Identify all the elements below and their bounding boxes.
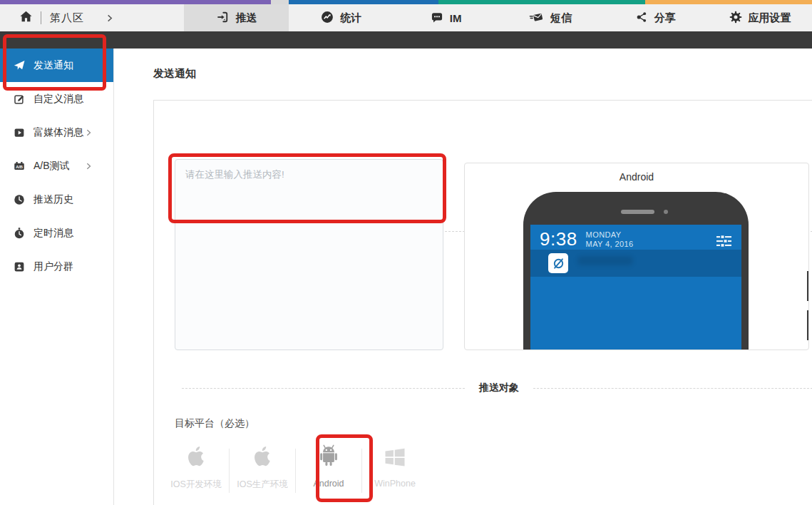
platform-android[interactable]: Android	[296, 439, 361, 489]
page-title: 发送通知	[153, 67, 196, 81]
body-row: 发送通知 自定义消息 富媒体消息	[0, 49, 812, 505]
chevron-right-icon	[85, 127, 92, 138]
section-title: 推送对象	[479, 382, 519, 394]
timer-icon	[12, 226, 26, 240]
phone-date-block: MONDAY MAY 4, 2016	[586, 230, 634, 249]
sidebar-item-label: 发送通知	[34, 59, 73, 72]
platform-ios-prod[interactable]: IOS生产环境	[230, 439, 295, 491]
platform-winphone[interactable]: WinPhone	[362, 439, 428, 489]
project-switcher[interactable]: 第八区	[0, 4, 184, 31]
phone-weekday: MONDAY	[586, 230, 634, 240]
target-platform-label: 目标平台（必选）	[175, 417, 255, 430]
sms-icon	[529, 10, 545, 26]
platform-ios-dev[interactable]: IOS开发环境	[163, 439, 229, 491]
tab-label: 短信	[550, 11, 572, 25]
apple-icon	[250, 439, 274, 470]
android-preview-card: Android 9:38 MONDAY MAY 4, 2016	[464, 163, 809, 350]
tab-push[interactable]: 推送	[184, 4, 289, 31]
home-icon[interactable]	[19, 9, 34, 27]
sidebar-item-label: 定时消息	[34, 227, 73, 240]
phone-mockup: 9:38 MONDAY MAY 4, 2016	[523, 192, 749, 350]
sidebar-item-send-notification[interactable]: 发送通知	[0, 49, 113, 82]
notification-band	[530, 250, 741, 277]
android-icon	[315, 439, 342, 470]
users-icon	[12, 260, 26, 273]
divider-line	[533, 388, 812, 389]
apple-icon	[184, 439, 208, 470]
ab-test-icon: A/B	[12, 159, 26, 173]
phone-date: MAY 4, 2016	[586, 240, 634, 249]
share-icon	[634, 10, 649, 26]
platform-label: IOS生产环境	[237, 479, 288, 491]
notification-ghost-text	[577, 256, 633, 265]
svg-text:A/B: A/B	[16, 164, 23, 168]
tab-label: 应用设置	[749, 11, 791, 25]
sidebar-item-label: 自定义消息	[34, 93, 83, 106]
platform-label: Android	[313, 479, 344, 489]
phone-screen: 9:38 MONDAY MAY 4, 2016	[530, 225, 741, 350]
sidebar-item-ab-test[interactable]: A/B A/B测试	[0, 149, 113, 183]
phone-speaker	[621, 210, 654, 214]
clock-icon	[12, 193, 26, 206]
chevron-right-icon[interactable]	[106, 14, 113, 22]
navbar-divider	[41, 11, 41, 24]
platform-label: WinPhone	[374, 479, 416, 489]
phone-side-button	[807, 310, 809, 340]
sliders-icon	[716, 235, 731, 250]
jpush-app-icon	[548, 253, 568, 273]
sidebar: 发送通知 自定义消息 富媒体消息	[0, 49, 114, 505]
preview-os-label: Android	[465, 171, 808, 183]
sidebar-item-scheduled-message[interactable]: 定时消息	[0, 216, 113, 250]
tab-label: IM	[450, 12, 462, 24]
top-navbar: 第八区 推送 统计	[0, 4, 812, 31]
tab-label: 统计	[340, 11, 361, 25]
push-content-input[interactable]	[175, 159, 443, 350]
sidebar-item-user-segment[interactable]: 用户分群	[0, 250, 113, 283]
main-content: 发送通知 推送内容 Android 9:38 MONDAY	[114, 49, 812, 505]
sidebar-item-label: 富媒体消息	[34, 126, 83, 139]
platform-selector: IOS开发环境 IOS生产环境	[163, 439, 428, 493]
tab-sms[interactable]: 短信	[498, 4, 602, 31]
section-divider-target: 推送对象	[182, 382, 812, 394]
sidebar-item-label: 推送历史	[34, 193, 73, 206]
chevron-right-icon	[85, 160, 92, 172]
tab-label: 分享	[654, 11, 676, 25]
play-icon	[12, 126, 26, 139]
windows-icon	[382, 439, 408, 470]
push-icon	[215, 10, 230, 26]
tab-stats[interactable]: 统计	[289, 4, 394, 31]
im-icon	[430, 10, 444, 26]
phone-status-row: 9:38 MONDAY MAY 4, 2016	[530, 225, 741, 249]
tab-im[interactable]: IM	[394, 4, 498, 31]
tab-share[interactable]: 分享	[602, 4, 707, 31]
tab-app-settings[interactable]: 应用设置	[707, 4, 812, 31]
sidebar-item-custom-message[interactable]: 自定义消息	[0, 82, 113, 116]
tab-label: 推送	[235, 11, 257, 25]
sidebar-item-rich-media[interactable]: 富媒体消息	[0, 116, 113, 149]
sidebar-item-label: A/B测试	[34, 160, 70, 173]
gear-icon	[729, 10, 743, 26]
edit-icon	[12, 92, 26, 106]
sidebar-item-label: 用户分群	[34, 260, 73, 273]
platform-label: IOS开发环境	[170, 479, 222, 491]
phone-time: 9:38	[540, 229, 577, 249]
divider-line	[182, 388, 465, 389]
sidebar-item-push-history[interactable]: 推送历史	[0, 183, 113, 216]
stats-icon	[320, 10, 334, 26]
phone-side-button	[807, 271, 809, 301]
paper-plane-icon	[12, 58, 26, 72]
project-name: 第八区	[50, 11, 84, 25]
phone-camera-dot	[664, 210, 668, 214]
push-form-panel: 推送内容 Android 9:38 MONDAY MAY 4, 2016	[153, 100, 812, 505]
subheader-dark-bar	[0, 31, 812, 49]
